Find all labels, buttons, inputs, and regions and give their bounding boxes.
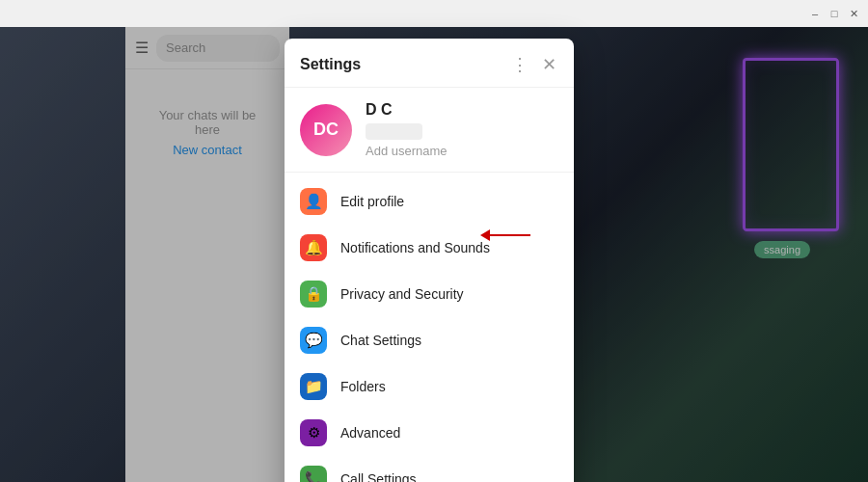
settings-modal: Settings ⋮ ✕ DC D C Add username 👤 Edit … [285,39,574,482]
avatar: DC [300,104,352,156]
call-settings-icon: 📞 [300,466,327,482]
profile-info: D C Add username [366,101,558,158]
folders-icon: 📁 [300,373,327,400]
menu-item-privacy[interactable]: 🔒 Privacy and Security [285,271,574,317]
menu-item-advanced[interactable]: ⚙ Advanced [285,410,574,456]
privacy-icon: 🔒 [300,281,327,308]
modal-title: Settings [300,56,509,73]
arrow-head [480,229,490,241]
close-modal-button[interactable]: ✕ [540,52,558,77]
minimize-button[interactable]: – [808,7,822,20]
folders-label: Folders [340,379,558,394]
arrow-line [482,234,530,236]
menu-item-edit-profile[interactable]: 👤 Edit profile [285,178,574,225]
advanced-icon: ⚙ [300,419,327,446]
chat-settings-label: Chat Settings [340,333,558,348]
modal-header: Settings ⋮ ✕ [285,39,574,88]
menu-list: 👤 Edit profile 🔔 Notifications and Sound… [285,173,574,482]
advanced-label: Advanced [340,425,558,441]
arrow-annotation [482,234,530,236]
chat-settings-icon: 💬 [300,327,327,354]
menu-item-notifications[interactable]: 🔔 Notifications and Sounds [285,225,574,271]
call-settings-label: Call Settings [340,471,558,482]
edit-profile-label: Edit profile [340,194,558,209]
edit-profile-icon: 👤 [300,188,327,215]
profile-name: D C [366,101,558,119]
notifications-icon: 🔔 [300,234,327,261]
privacy-label: Privacy and Security [340,286,558,302]
more-options-button[interactable]: ⋮ [509,52,530,77]
window-chrome: – □ ✕ [0,0,868,27]
profile-section[interactable]: DC D C Add username [285,88,574,173]
modal-header-actions: ⋮ ✕ [509,52,558,77]
maximize-button[interactable]: □ [827,7,841,20]
notifications-label: Notifications and Sounds [340,240,558,255]
menu-item-folders[interactable]: 📁 Folders [285,363,574,410]
profile-phone [366,123,422,140]
menu-item-chat-settings[interactable]: 💬 Chat Settings [285,317,574,363]
close-button[interactable]: ✕ [847,7,860,20]
menu-item-call-settings[interactable]: 📞 Call Settings [285,456,574,482]
profile-username[interactable]: Add username [366,144,558,158]
